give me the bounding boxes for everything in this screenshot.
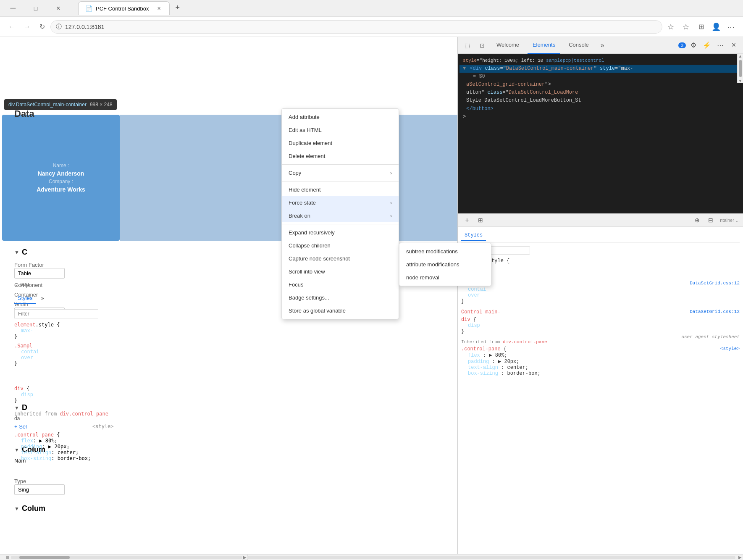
add-select-btn[interactable]: + Sel <box>14 423 27 430</box>
styles-tab-active[interactable]: Styles <box>14 293 36 304</box>
menu-badge-settings[interactable]: Badge settings... <box>282 291 399 304</box>
menu-collapse-children[interactable]: Collapse children <box>282 239 399 252</box>
html-tree[interactable]: style="height: 100%; left: 10 samplepcp|… <box>458 54 743 213</box>
bookmarks-icon[interactable]: ☆ <box>679 20 693 34</box>
tab-console[interactable]: Console <box>564 37 594 54</box>
url-bar[interactable]: ⓘ 127.0.0.1:8181 <box>50 20 662 34</box>
column2-header[interactable]: ▼ Colum <box>14 499 45 515</box>
menu-copy[interactable]: Copy › <box>282 166 399 179</box>
cp-padding-line: padding : ▶ 20px; <box>461 358 740 365</box>
bottom-scroll-thumb[interactable] <box>19 556 70 559</box>
inherited-selector[interactable]: div.control-pane <box>60 411 108 417</box>
control-pane-header: Control_main- DataSetGrid.css:12 <box>461 309 740 315</box>
forward-button[interactable]: → <box>20 20 34 34</box>
styles-tab-styles[interactable]: Styles <box>461 231 486 241</box>
menu-capture-screenshot[interactable]: Capture node screenshot <box>282 252 399 265</box>
inspect-icon[interactable]: ⊕ <box>691 214 703 226</box>
window-maximize[interactable]: □ <box>26 0 45 17</box>
more-options-btn[interactable]: ⋯ <box>714 39 726 51</box>
html-empty-space <box>459 121 741 205</box>
menu-delete-element[interactable]: Delete element <box>282 150 399 163</box>
div-prop: disp <box>14 392 33 397</box>
submenu-subtree[interactable]: subtree modifications <box>399 245 491 258</box>
spa-row: ... spa <box>6 281 37 287</box>
copy-arrow-icon: › <box>390 170 392 176</box>
control-pane-ref[interactable]: Control_main- <box>461 309 501 315</box>
bottom-scroll-right[interactable]: ▶ <box>737 555 743 560</box>
refresh-button[interactable]: ↻ <box>35 20 49 34</box>
force-state-arrow-icon: › <box>390 200 392 206</box>
control-pane-source: <style> <box>84 423 122 429</box>
bottom-scroll-left[interactable] <box>6 556 9 559</box>
html-line-7[interactable]: </button> <box>459 105 741 113</box>
bottom-scroll-track[interactable] <box>11 556 735 559</box>
tab-close-btn[interactable]: × <box>155 4 162 13</box>
menu-force-state[interactable]: Force state › <box>282 196 399 209</box>
submenu-attribute[interactable]: attribute modifications <box>399 258 491 271</box>
bottom-scrollbar[interactable]: ▶ ▶ <box>0 554 743 560</box>
inherited-section: Inherited from div.control-pane <box>6 411 117 417</box>
tab-welcome[interactable]: Welcome <box>491 37 524 54</box>
menu-duplicate-element[interactable]: Duplicate element <box>282 137 399 150</box>
right-scroll-up[interactable]: ▲ <box>738 54 743 58</box>
control-pane-link[interactable]: div.control-pane <box>503 339 547 344</box>
cp-flex: flex: ▶ 80%; <box>14 438 91 444</box>
element-style-rule: element .style { max- } <box>461 258 740 276</box>
menu-add-attribute[interactable]: Add attribute <box>282 110 399 124</box>
cp-text-align-line: text-align : center; <box>461 365 740 371</box>
styles-tab-extra[interactable]: » <box>37 293 47 304</box>
new-tab-button[interactable]: + <box>171 1 184 14</box>
settings-btn[interactable]: ⚙ <box>688 39 699 51</box>
menu-scroll-into-view[interactable]: Scroll into view <box>282 265 399 278</box>
menu-edit-html[interactable]: Edit as HTML <box>282 124 399 137</box>
control-pane-rule: <style> .control-pane { flex : ▶ 80%; pa… <box>461 346 740 376</box>
control-pane-selector: .control-pane { <box>14 432 91 438</box>
profile-icon[interactable]: 👤 <box>709 20 723 34</box>
type-input[interactable] <box>14 484 65 495</box>
bookmark-star-icon[interactable]: ☆ <box>664 20 677 34</box>
remote-debug-btn[interactable]: ⚡ <box>701 39 713 51</box>
datasetgrid-source-link[interactable]: DataSetGrid.css:12 <box>690 309 740 315</box>
more-menu-button[interactable]: ⋯ <box>725 20 738 34</box>
menu-focus[interactable]: Focus <box>282 278 399 291</box>
datasetcheckgrid-source[interactable]: DataSetGrid.css:12 <box>690 281 740 286</box>
element-style-section: element.style { max- } <box>6 322 68 339</box>
html-line-5[interactable]: utton" class="DataSetControl_LoadMore <box>459 89 741 97</box>
device-toggle-btn[interactable]: ⊡ <box>476 39 488 51</box>
back-button[interactable]: ← <box>5 20 18 34</box>
spa-text: ... spa <box>14 281 29 287</box>
styles-toolbar: + ⊞ ⊕ ⊟ ntainer ... <box>458 213 743 227</box>
menu-store-global[interactable]: Store as global variable <box>282 304 399 317</box>
styles-toggle-btn[interactable]: ⊞ <box>475 214 486 226</box>
browser-tab[interactable]: 📄 PCF Control Sandbox × <box>78 1 170 15</box>
html-line-8[interactable]: > <box>459 113 741 121</box>
menu-expand-recursively[interactable]: Expand recursively <box>282 226 399 239</box>
control-pane-rule-header: <style> .control-pane { <box>461 346 740 352</box>
expand-arrow[interactable]: ▼ <box>463 66 466 71</box>
layout-icon[interactable]: ⊟ <box>705 214 717 226</box>
user-agent-comment: user agent stylesheet <box>681 334 740 339</box>
submenu-node-removal[interactable]: node removal <box>399 271 491 284</box>
page-scroll-right[interactable]: ▶ <box>242 554 248 560</box>
break-on-submenu: subtree modifications attribute modifica… <box>399 243 491 286</box>
right-scroll-thumb[interactable] <box>739 60 742 77</box>
menu-break-on[interactable]: Break on › <box>282 209 399 222</box>
card-main: Name : Nancy Anderson Company : Adventur… <box>2 115 120 241</box>
more-tabs-btn[interactable]: » <box>597 37 608 54</box>
right-scroll-down[interactable]: ▼ <box>738 79 743 83</box>
right-scrollbar[interactable]: ▲ ▼ <box>737 54 743 83</box>
html-line-4[interactable]: aSetControl_grid-container"> <box>459 81 741 89</box>
window-minimize[interactable]: ─ <box>3 0 23 17</box>
tab-elements[interactable]: Elements <box>528 37 560 54</box>
sample-prop1: contai <box>14 349 39 355</box>
div-brace-close: } <box>461 329 740 334</box>
html-line-2[interactable]: ▼ <div class="DataSetControl_main-contai… <box>459 65 741 73</box>
form-factor-input[interactable] <box>14 268 65 279</box>
styles-add-btn[interactable]: + <box>461 214 473 226</box>
inspect-element-btn[interactable]: ⬚ <box>461 39 473 51</box>
devtools-close-btn[interactable]: × <box>728 39 740 51</box>
menu-hide-element[interactable]: Hide element <box>282 183 399 196</box>
window-close[interactable]: × <box>49 0 68 17</box>
styles-filter-input[interactable] <box>14 309 98 318</box>
collections-icon[interactable]: ⊞ <box>694 20 708 34</box>
